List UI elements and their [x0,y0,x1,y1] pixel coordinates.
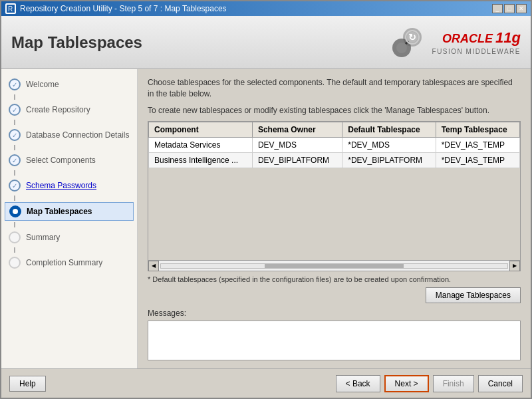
sidebar-label-welcome: Welcome [26,80,59,89]
oracle-branding: ORACLE 11g FUSION MIDDLEWARE [432,29,521,55]
table-cell-col1: DEV_MDS [252,138,342,153]
close-button[interactable]: ✕ [516,4,527,13]
horizontal-scrollbar[interactable]: ◀ ▶ [148,261,521,271]
minimize-button[interactable]: _ [492,4,503,13]
maximize-button[interactable]: □ [504,4,515,13]
table-cell-col0: Business Intelligence ... [149,153,253,168]
messages-label: Messages: [148,309,521,318]
sidebar-label-map-tablespaces: Map Tablespaces [27,207,92,216]
sidebar-item-database-connection[interactable]: ✓ Database Connection Details [5,126,134,144]
cancel-button[interactable]: Cancel [478,375,523,392]
step-indicator-database-connection: ✓ [9,129,21,141]
table-cell-col1: DEV_BIPLATFORM [252,153,342,168]
tablespace-table-container[interactable]: Component Schema Owner Default Tablespac… [148,121,521,261]
sidebar-item-map-tablespaces[interactable]: Map Tablespaces [5,202,134,221]
scroll-left-button[interactable]: ◀ [148,261,159,271]
main-content: ✓ Welcome ✓ Create Repository ✓ Database… [1,69,531,368]
table-row[interactable]: Business Intelligence ...DEV_BIPLATFORM*… [149,153,520,168]
messages-section: Messages: [148,309,521,360]
oracle-version-text: 11g [495,29,521,47]
svg-text:↻: ↻ [408,32,416,43]
sidebar-label-schema-passwords[interactable]: Schema Passwords [26,181,96,190]
step-indicator-schema-passwords: ✓ [9,180,21,192]
back-button[interactable]: < Back [336,375,380,392]
col-component: Component [149,122,253,138]
scroll-track[interactable] [160,263,508,269]
svg-text:R: R [8,5,13,13]
oracle-logo-area: ↻ ORACLE 11g FUSION MIDDLEWARE [387,23,521,63]
footnote-text: * Default tablespaces (specified in the … [148,275,521,283]
footer: Help < Back Next > Finish Cancel [1,368,531,398]
description-text-2: To create new tablespaces or modify exis… [148,105,521,116]
table-cell-col3: *DEV_IAS_TEMP [436,153,519,168]
scroll-thumb[interactable] [265,264,403,268]
table-cell-col2: *DEV_MDS [342,138,436,153]
scroll-right-button[interactable]: ▶ [509,261,520,271]
manage-tablespaces-button[interactable]: Manage Tablespaces [426,287,521,303]
app-icon: R [5,3,16,14]
step-indicator-summary [9,231,21,243]
sidebar-label-select-components: Select Components [26,156,96,165]
sidebar-label-completion-summary: Completion Summary [26,258,102,267]
description-text-1: Choose tablespaces for the selected comp… [148,77,521,100]
help-button[interactable]: Help [9,376,46,392]
sidebar-item-summary[interactable]: Summary [5,229,134,246]
page-title: Map Tablespaces [11,33,142,52]
page-header: Map Tablespaces ↻ ORACLE 11g FUSION MIDD… [1,16,531,69]
step-indicator-completion-summary [9,257,21,269]
window-controls: _ □ ✕ [492,4,527,13]
sidebar-label-summary: Summary [26,233,60,242]
finish-button[interactable]: Finish [433,375,474,392]
sidebar-item-completion-summary[interactable]: Completion Summary [5,254,134,271]
table-cell-col0: Metadata Services [149,138,253,153]
step-indicator-create-repository: ✓ [9,104,21,116]
sidebar-item-schema-passwords[interactable]: ✓ Schema Passwords [5,177,134,194]
oracle-sub-text: FUSION MIDDLEWARE [432,48,521,55]
col-temp-tablespace: Temp Tablespace [436,122,519,138]
footer-right-buttons: < Back Next > Finish Cancel [336,375,523,392]
col-schema-owner: Schema Owner [252,122,342,138]
col-default-tablespace: Default Tablespace [342,122,436,138]
main-window: R Repository Creation Utility - Step 5 o… [0,0,532,399]
step-indicator-select-components: ✓ [9,154,21,166]
sidebar-label-database-connection: Database Connection Details [26,130,129,140]
messages-box [148,321,521,360]
tablespace-table: Component Schema Owner Default Tablespac… [148,122,520,168]
table-cell-col3: *DEV_IAS_TEMP [436,138,519,153]
window-title: Repository Creation Utility - Step 5 of … [20,4,227,13]
step-indicator-map-tablespaces [9,205,21,217]
gear-icon: ↻ [387,23,427,63]
svg-point-5 [396,43,407,53]
title-bar-left: R Repository Creation Utility - Step 5 o… [5,3,227,14]
sidebar: ✓ Welcome ✓ Create Repository ✓ Database… [1,69,138,368]
sidebar-item-select-components[interactable]: ✓ Select Components [5,152,134,169]
manage-btn-row: Manage Tablespaces [148,287,521,303]
step-indicator-welcome: ✓ [9,78,21,90]
table-cell-col2: *DEV_BIPLATFORM [342,153,436,168]
table-row[interactable]: Metadata ServicesDEV_MDS*DEV_MDS*DEV_IAS… [149,138,520,153]
next-button[interactable]: Next > [384,375,429,392]
right-panel: Choose tablespaces for the selected comp… [138,69,531,368]
oracle-brand-text: ORACLE [442,32,493,46]
sidebar-item-welcome[interactable]: ✓ Welcome [5,76,134,93]
sidebar-item-create-repository[interactable]: ✓ Create Repository [5,101,134,118]
title-bar: R Repository Creation Utility - Step 5 o… [1,1,531,16]
sidebar-label-create-repository: Create Repository [26,105,90,114]
